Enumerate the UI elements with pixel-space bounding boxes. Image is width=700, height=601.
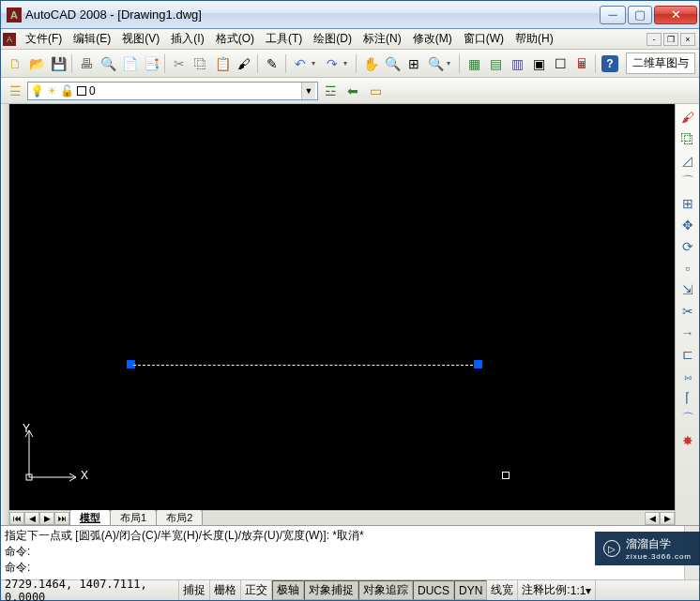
ssm-button[interactable]: ▣ bbox=[528, 53, 549, 74]
tab-scroll-last[interactable]: ⏭ bbox=[54, 512, 69, 525]
hscroll-right[interactable]: ▶ bbox=[660, 512, 675, 525]
menu-help[interactable]: 帮助(H) bbox=[510, 29, 559, 49]
block-editor-button[interactable]: ✎ bbox=[262, 53, 282, 74]
plot-preview-button[interactable]: 🔍 bbox=[98, 53, 118, 74]
layer-manager-button[interactable]: ☰ bbox=[5, 81, 25, 101]
mdi-minimize-button[interactable]: - bbox=[647, 33, 662, 46]
menu-tools[interactable]: 工具(T) bbox=[260, 29, 308, 49]
menu-draw[interactable]: 绘图(D) bbox=[308, 29, 358, 49]
properties-button[interactable]: ▦ bbox=[464, 53, 484, 74]
toggle-lwt[interactable]: 线宽 bbox=[487, 580, 518, 600]
toggle-osnap[interactable]: 对象捕捉 bbox=[304, 580, 358, 600]
sheet-set-button[interactable]: 📑 bbox=[141, 53, 161, 74]
chamfer-button[interactable]: ⌈ bbox=[678, 388, 697, 407]
new-button[interactable]: 🗋 bbox=[5, 53, 25, 74]
array-button[interactable]: ⊞ bbox=[678, 194, 697, 213]
tab-model[interactable]: 模型 bbox=[69, 509, 111, 526]
paste-button[interactable]: 📋 bbox=[212, 53, 233, 74]
join-button[interactable]: ⨝ bbox=[678, 367, 697, 385]
tool-palettes-button[interactable]: ▥ bbox=[507, 53, 527, 74]
match-props-button[interactable]: 🖌 bbox=[234, 53, 254, 74]
statusbar: 2729.1464, 1407.7111, 0.0000 捕捉 栅格 正交 极轴… bbox=[1, 579, 699, 600]
tab-scroll-first[interactable]: ⏮ bbox=[9, 512, 24, 525]
tab-layout1[interactable]: 布局1 bbox=[110, 509, 157, 526]
toggle-snap[interactable]: 捕捉 bbox=[179, 580, 210, 600]
design-center-button[interactable]: ▤ bbox=[485, 53, 506, 74]
copy-obj-button[interactable]: ⿻ bbox=[678, 129, 697, 148]
toggle-grid[interactable]: 栅格 bbox=[210, 580, 241, 600]
layer-states-button[interactable]: ☲ bbox=[320, 81, 341, 101]
plot-button[interactable]: 🖶 bbox=[76, 53, 97, 74]
menu-insert[interactable]: 插入(I) bbox=[165, 29, 209, 49]
copy-button[interactable]: ⿻ bbox=[190, 53, 211, 74]
redo-dropdown[interactable]: ▾ bbox=[343, 59, 353, 68]
cut-button[interactable]: ✂ bbox=[169, 53, 190, 74]
separator bbox=[356, 54, 358, 73]
menu-dimension[interactable]: 标注(N) bbox=[358, 29, 407, 49]
minimize-button[interactable]: ─ bbox=[600, 6, 626, 24]
menu-window[interactable]: 窗口(W) bbox=[458, 29, 510, 49]
maximize-button[interactable]: ▢ bbox=[628, 6, 652, 24]
mdi-restore-button[interactable]: ❐ bbox=[663, 33, 678, 46]
command-text[interactable]: 指定下一点或 [圆弧(A)/闭合(C)/半宽(H)/长度(L)/放弃(U)/宽度… bbox=[1, 526, 684, 579]
break-button[interactable]: ⊏ bbox=[678, 345, 697, 364]
layer-match-button[interactable]: ▭ bbox=[365, 81, 386, 101]
grip-end[interactable] bbox=[474, 360, 482, 368]
publish-button[interactable]: 📄 bbox=[119, 53, 140, 74]
close-button[interactable]: ✕ bbox=[654, 6, 697, 24]
hscroll-left[interactable]: ◀ bbox=[645, 512, 660, 525]
save-button[interactable]: 💾 bbox=[48, 53, 68, 74]
toggle-ducs[interactable]: DUCS bbox=[413, 580, 454, 600]
offset-button[interactable]: ⌒ bbox=[678, 173, 697, 191]
left-toolbar-rail[interactable] bbox=[1, 104, 9, 525]
layer-combo[interactable]: 💡 ☀ 🔓 0 ▼ bbox=[27, 82, 318, 100]
move-button[interactable]: ✥ bbox=[678, 216, 697, 234]
tab-scroll-next[interactable]: ▶ bbox=[39, 512, 54, 525]
mdi-close-button[interactable]: × bbox=[680, 33, 695, 46]
explode-button[interactable]: ✸ bbox=[678, 431, 697, 450]
fillet-button[interactable]: ⌒ bbox=[678, 410, 697, 428]
redo-button[interactable]: ↷ bbox=[322, 53, 342, 74]
rotate-button[interactable]: ⟳ bbox=[678, 237, 697, 256]
menu-view[interactable]: 视图(V) bbox=[116, 29, 165, 49]
erase-button[interactable]: 🖌 bbox=[678, 108, 697, 127]
titlebar[interactable]: A AutoCAD 2008 - [Drawing1.dwg] ─ ▢ ✕ bbox=[1, 1, 699, 29]
hscroll-track[interactable] bbox=[203, 512, 644, 525]
stretch-button[interactable]: ⇲ bbox=[678, 280, 697, 299]
status-annoscale[interactable]: 注释比例: 1:1 ▾ bbox=[518, 580, 596, 600]
layer-previous-button[interactable]: ⬅ bbox=[342, 81, 363, 101]
scale-button[interactable]: ▫ bbox=[678, 259, 697, 278]
layer-on-icon: 💡 bbox=[30, 84, 44, 98]
markup-button[interactable]: ☐ bbox=[550, 53, 571, 74]
modify-toolbar: 🖌 ⿻ ◿ ⌒ ⊞ ✥ ⟳ ▫ ⇲ ✂ → ⊏ ⨝ ⌈ ⌒ ✸ bbox=[675, 104, 699, 525]
menu-modify[interactable]: 修改(M) bbox=[407, 29, 458, 49]
undo-button[interactable]: ↶ bbox=[290, 53, 311, 74]
quickcalc-button[interactable]: 🖩 bbox=[571, 53, 592, 74]
zoom-previous-button[interactable]: 🔍 bbox=[425, 53, 446, 74]
zoom-dropdown[interactable]: ▾ bbox=[447, 59, 456, 68]
pan-button[interactable]: ✋ bbox=[360, 53, 381, 74]
mirror-button[interactable]: ◿ bbox=[678, 151, 697, 170]
menu-file[interactable]: 文件(F) bbox=[20, 29, 68, 49]
menu-format[interactable]: 格式(O) bbox=[210, 29, 260, 49]
selected-polyline[interactable] bbox=[133, 365, 478, 366]
undo-dropdown[interactable]: ▾ bbox=[312, 59, 321, 68]
layer-color-icon bbox=[77, 86, 86, 96]
tab-layout2[interactable]: 布局2 bbox=[156, 509, 203, 526]
toggle-ortho[interactable]: 正交 bbox=[241, 580, 272, 600]
ucs-y-label: Y bbox=[23, 422, 30, 435]
zoom-window-button[interactable]: ⊞ bbox=[403, 53, 424, 74]
menu-edit[interactable]: 编辑(E) bbox=[68, 29, 116, 49]
status-coords[interactable]: 2729.1464, 1407.7111, 0.0000 bbox=[1, 580, 179, 600]
toggle-dyn[interactable]: DYN bbox=[454, 580, 487, 600]
zoom-realtime-button[interactable]: 🔍 bbox=[382, 53, 403, 74]
toggle-polar[interactable]: 极轴 bbox=[272, 580, 304, 600]
tab-scroll-prev[interactable]: ◀ bbox=[24, 512, 39, 525]
open-button[interactable]: 📂 bbox=[26, 53, 47, 74]
toggle-otrack[interactable]: 对象追踪 bbox=[358, 580, 413, 600]
drawing-canvas[interactable]: Y X bbox=[9, 104, 675, 510]
extend-button[interactable]: → bbox=[678, 323, 697, 342]
trim-button[interactable]: ✂ bbox=[678, 302, 697, 321]
help-button[interactable]: ? bbox=[600, 53, 620, 74]
workspace-combo[interactable]: 二维草图与 bbox=[626, 53, 695, 74]
